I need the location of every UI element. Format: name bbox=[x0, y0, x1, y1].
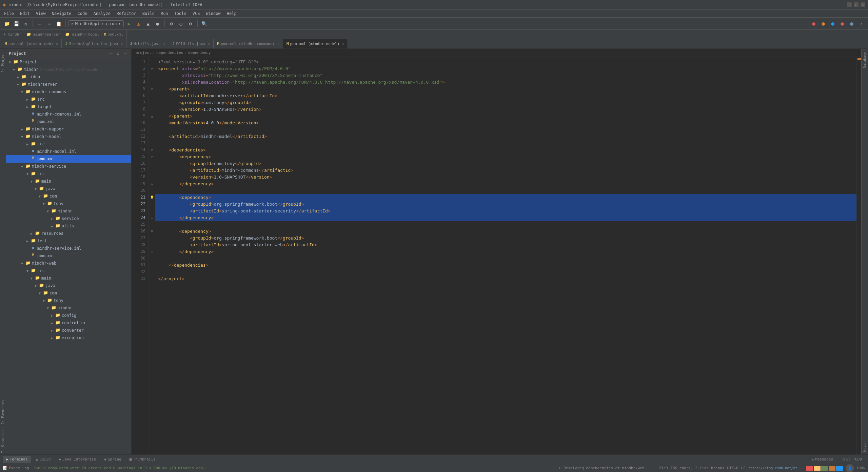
project-locate-button[interactable]: ⸻ bbox=[107, 50, 114, 57]
structure-panel-tab[interactable]: 7: Structure bbox=[0, 427, 5, 454]
tab-pom-model[interactable]: M pom.xml (mindhr-model) × bbox=[283, 39, 348, 49]
project-path-tab[interactable]: ⚘ mindhr › 📁 mindhrserver › 📁 mindhr-mod… bbox=[0, 30, 127, 39]
more-browsers-icon[interactable]: › bbox=[857, 20, 865, 28]
event-log-status[interactable]: 📝 Event Log bbox=[3, 466, 29, 470]
menu-build[interactable]: Build bbox=[140, 11, 157, 17]
tree-item-project[interactable]: ▼ 📁 Project bbox=[6, 58, 131, 66]
tree-item-commons-src[interactable]: ▶ 📁 src bbox=[6, 96, 131, 103]
breadcrumb-project[interactable]: project bbox=[136, 50, 151, 55]
tree-item-mindhr-web[interactable]: ▼ 📁 mindhr-web bbox=[6, 260, 131, 267]
menu-edit[interactable]: Edit bbox=[17, 11, 33, 17]
search-everywhere-button[interactable]: 🔍 bbox=[200, 20, 209, 28]
tab-pom-commons[interactable]: M pom.xml (mindhr-commons) × bbox=[214, 39, 283, 49]
tree-item-mindhr-root[interactable]: ▼ 📁 mindhr D:\code\MyGiteeProject\mindhr bbox=[6, 66, 131, 73]
tree-item-service-folder[interactable]: ▶ 📁 service bbox=[6, 215, 131, 222]
menu-tools[interactable]: Tools bbox=[172, 11, 189, 17]
menu-vcs[interactable]: VCS bbox=[190, 11, 203, 17]
build-tab[interactable]: ▲ Build bbox=[33, 456, 54, 463]
menu-analyze[interactable]: Analyze bbox=[91, 11, 113, 17]
fold-icon-9[interactable]: △ bbox=[151, 114, 153, 118]
tree-item-mindhr-service[interactable]: ▼ 📁 mindhr-service bbox=[6, 163, 131, 170]
tree-item-service-test[interactable]: ▶ 📁 test bbox=[6, 237, 131, 245]
tree-item-model-src[interactable]: ▶ 📁 src bbox=[6, 140, 131, 148]
edge-icon[interactable]: ● bbox=[829, 20, 837, 28]
tab-close-hrutils[interactable]: × bbox=[163, 42, 165, 46]
tab-mindhr-app[interactable]: J MindhrApplication.java × bbox=[62, 39, 126, 49]
tree-item-config[interactable]: ▶ 📁 config bbox=[6, 312, 131, 319]
tree-item-service-tony[interactable]: ▼ 📁 tony bbox=[6, 200, 131, 207]
tree-item-service-iml[interactable]: ▶ ■ mindhr-service.iml bbox=[6, 245, 131, 252]
recent-files-button[interactable]: 📋 bbox=[55, 20, 63, 28]
run-config-dropdown[interactable]: ▶ MindhrApplication ▾ bbox=[68, 20, 124, 27]
chrome-icon[interactable]: ● bbox=[810, 20, 818, 28]
project-panel-tab[interactable]: 1: Project bbox=[0, 49, 5, 75]
tree-item-web-src[interactable]: ▼ 📁 src bbox=[6, 267, 131, 274]
encoding-status[interactable]: UTF-8 bbox=[727, 466, 738, 470]
run-button[interactable]: ▶ bbox=[125, 20, 133, 28]
tree-item-commons-pom[interactable]: ▶ M pom.xml bbox=[6, 118, 131, 125]
fold-icon-24[interactable]: △ bbox=[151, 216, 153, 220]
tree-item-web-main[interactable]: ▼ 📁 main bbox=[6, 274, 131, 282]
tree-item-service-src[interactable]: ▼ 📁 src bbox=[6, 170, 131, 178]
tab-close-poiutils[interactable]: × bbox=[208, 42, 210, 46]
tree-item-web-com[interactable]: ▼ 📁 com bbox=[6, 289, 131, 297]
close-button[interactable]: × bbox=[861, 2, 865, 7]
tree-item-service-com[interactable]: ▼ 📁 com bbox=[6, 192, 131, 200]
tree-item-controller[interactable]: ▶ 📁 controller bbox=[6, 319, 131, 327]
user-avatar[interactable]: 👤 bbox=[846, 464, 854, 472]
menu-run[interactable]: Run bbox=[158, 11, 171, 17]
maximize-button[interactable]: □ bbox=[854, 2, 859, 7]
debug-button[interactable]: ▲ bbox=[135, 20, 143, 28]
project-collapse-button[interactable]: – bbox=[122, 50, 129, 57]
fold-icon-26[interactable]: ▽ bbox=[151, 229, 153, 233]
open-file-button[interactable]: 📁 bbox=[3, 20, 11, 28]
code-editor-container[interactable]: 1 2 3 4 5 6 7 8 9 10 11 12 13 14 15 16 1… bbox=[132, 57, 861, 454]
cursor-position[interactable]: 21:9 bbox=[659, 466, 668, 470]
database-panel-tab[interactable]: Database bbox=[862, 49, 867, 71]
tree-item-web-java[interactable]: ▼ 📁 java bbox=[6, 282, 131, 289]
tree-item-service-pom[interactable]: ▶ M pom.xml bbox=[6, 252, 131, 260]
menu-refactor[interactable]: Refactor bbox=[114, 11, 139, 17]
tree-item-mindhr-commons[interactable]: ▼ 📁 mindhr-commons bbox=[6, 88, 131, 96]
fold-icon-5[interactable]: ▽ bbox=[151, 87, 153, 91]
favorites-panel-tab[interactable]: 2: Favorites bbox=[0, 397, 5, 427]
fold-icon-15[interactable]: ▽ bbox=[151, 155, 153, 159]
menu-navigate[interactable]: Navigate bbox=[49, 11, 74, 17]
tab-hrutils[interactable]: J HrUtils.java × bbox=[126, 39, 169, 49]
tree-item-exception[interactable]: ▶ 📁 exception bbox=[6, 334, 131, 342]
line-separator-status[interactable]: LF bbox=[741, 466, 746, 470]
forward-button[interactable]: → bbox=[45, 20, 53, 28]
minimize-button[interactable]: – bbox=[847, 2, 852, 7]
tree-item-mindhrserver[interactable]: ▼ 📁 mindhrserver bbox=[6, 81, 131, 88]
todo-tab[interactable]: ☑ 6: TODO bbox=[839, 456, 865, 463]
code-content[interactable]: <?xml version="1.0" encoding="UTF-8"?> <… bbox=[155, 57, 856, 454]
fold-icon-19[interactable]: △ bbox=[151, 182, 153, 186]
tab-poiutils[interactable]: J POIUtils.java × bbox=[169, 39, 214, 49]
menu-code[interactable]: Code bbox=[75, 11, 90, 17]
tree-item-commons-iml[interactable]: ▶ ■ mindhr-commons.iml bbox=[6, 110, 131, 118]
tree-item-idea[interactable]: ▶ 📁 .idea bbox=[6, 73, 131, 81]
breadcrumb-dependency[interactable]: dependency bbox=[188, 50, 211, 55]
project-settings-button[interactable]: ⚙ bbox=[115, 50, 121, 57]
breadcrumb-dependencies[interactable]: dependencies bbox=[156, 50, 183, 55]
menu-file[interactable]: File bbox=[1, 11, 17, 17]
thumbnails-tab[interactable]: ■ Thumbnails bbox=[126, 456, 159, 463]
tree-item-utils-folder[interactable]: ▶ 📁 utils bbox=[6, 222, 131, 230]
menu-help[interactable]: Help bbox=[224, 11, 239, 17]
coverage-button[interactable]: ▲ bbox=[144, 20, 152, 28]
vcs-button[interactable]: ◯ bbox=[177, 20, 185, 28]
terminal-tab[interactable]: ▶ Terminal bbox=[3, 456, 31, 463]
menu-window[interactable]: Window bbox=[203, 11, 223, 17]
bulb-icon-21[interactable]: 💡 bbox=[150, 196, 154, 199]
tree-item-mindhr-mapper[interactable]: ▶ 📁 mindhr-mapper bbox=[6, 125, 131, 133]
sync-button[interactable]: ↻ bbox=[22, 20, 30, 28]
messages-tab[interactable]: ✉ Messages bbox=[808, 456, 836, 463]
tree-item-model-pom[interactable]: ▶ M pom.xml bbox=[6, 155, 131, 163]
profile-button[interactable]: ● bbox=[154, 20, 162, 28]
browser-icon[interactable]: ● bbox=[848, 20, 856, 28]
settings-button[interactable]: ⚙ bbox=[186, 20, 195, 28]
java-enterprise-tab[interactable]: ◆ Java Enterprise bbox=[55, 456, 99, 463]
back-button[interactable]: ← bbox=[36, 20, 44, 28]
tree-item-mindhr-model[interactable]: ▼ 📁 mindhr-model bbox=[6, 133, 131, 140]
firefox-icon[interactable]: ● bbox=[819, 20, 827, 28]
